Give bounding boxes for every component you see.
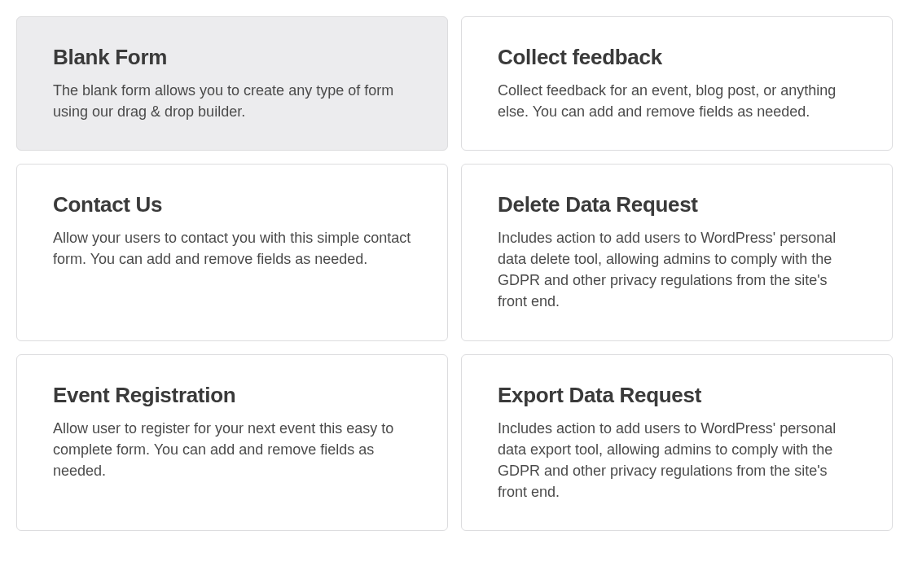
template-title: Contact Us	[53, 192, 411, 217]
template-title: Blank Form	[53, 45, 411, 70]
template-grid: Blank Form The blank form allows you to …	[16, 16, 893, 531]
template-description: Includes action to add users to WordPres…	[498, 227, 856, 312]
template-card-export-data-request[interactable]: Export Data Request Includes action to a…	[461, 354, 893, 531]
template-card-blank-form[interactable]: Blank Form The blank form allows you to …	[16, 16, 448, 151]
template-description: Collect feedback for an event, blog post…	[498, 80, 856, 122]
template-title: Delete Data Request	[498, 192, 856, 217]
template-card-contact-us[interactable]: Contact Us Allow your users to contact y…	[16, 164, 448, 340]
template-description: Allow your users to contact you with thi…	[53, 227, 411, 270]
template-title: Event Registration	[53, 383, 411, 408]
template-card-collect-feedback[interactable]: Collect feedback Collect feedback for an…	[461, 16, 893, 151]
template-title: Collect feedback	[498, 45, 856, 70]
template-title: Export Data Request	[498, 383, 856, 408]
template-description: Allow user to register for your next eve…	[53, 418, 411, 481]
template-card-event-registration[interactable]: Event Registration Allow user to registe…	[16, 354, 448, 531]
template-card-delete-data-request[interactable]: Delete Data Request Includes action to a…	[461, 164, 893, 340]
template-description: The blank form allows you to create any …	[53, 80, 411, 122]
template-description: Includes action to add users to WordPres…	[498, 418, 856, 502]
